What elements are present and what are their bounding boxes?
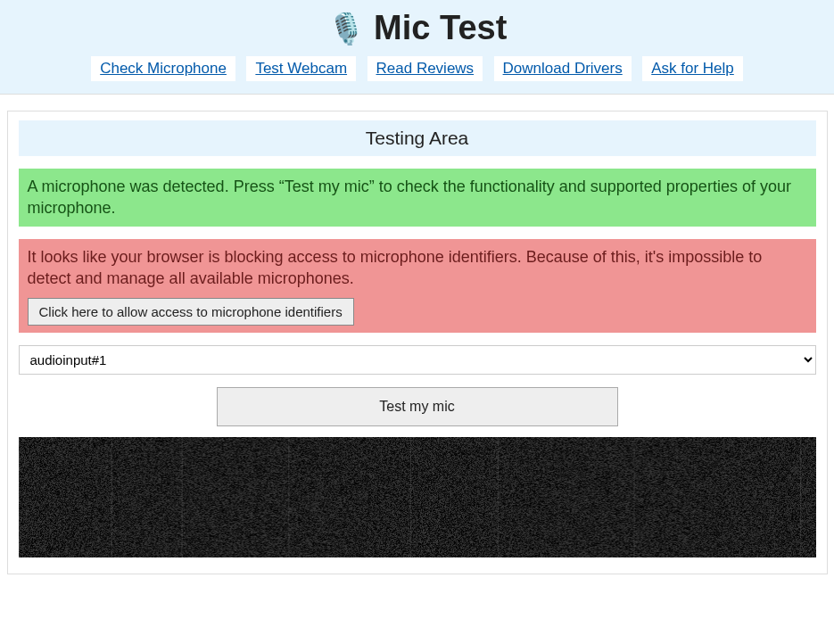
message-blocked: It looks like your browser is blocking a… bbox=[19, 239, 816, 334]
section-title: Testing Area bbox=[19, 120, 816, 156]
page-header: 🎙️ Mic Test Check Microphone Test Webcam… bbox=[0, 0, 834, 95]
allow-access-button[interactable]: Click here to allow access to microphone… bbox=[28, 298, 354, 326]
nav-read-reviews[interactable]: Read Reviews bbox=[367, 56, 483, 81]
microphone-select[interactable]: audioinput#1 bbox=[19, 345, 816, 375]
testing-area-panel: Testing Area A microphone was detected. … bbox=[7, 111, 828, 574]
nav-test-webcam[interactable]: Test Webcam bbox=[246, 56, 356, 81]
page-title: Mic Test bbox=[374, 9, 507, 47]
microphone-icon: 🎙️ bbox=[327, 13, 365, 44]
nav: Check Microphone Test Webcam Read Review… bbox=[0, 56, 834, 81]
nav-download-drivers[interactable]: Download Drivers bbox=[494, 56, 632, 81]
audio-visualizer bbox=[19, 437, 816, 557]
test-row: Test my mic bbox=[19, 387, 816, 426]
nav-ask-for-help[interactable]: Ask for Help bbox=[642, 56, 743, 81]
message-blocked-text: It looks like your browser is blocking a… bbox=[28, 248, 763, 287]
title-row: 🎙️ Mic Test bbox=[0, 9, 834, 47]
nav-check-microphone[interactable]: Check Microphone bbox=[91, 56, 235, 81]
test-my-mic-button[interactable]: Test my mic bbox=[217, 387, 618, 426]
message-detected: A microphone was detected. Press “Test m… bbox=[19, 169, 816, 227]
